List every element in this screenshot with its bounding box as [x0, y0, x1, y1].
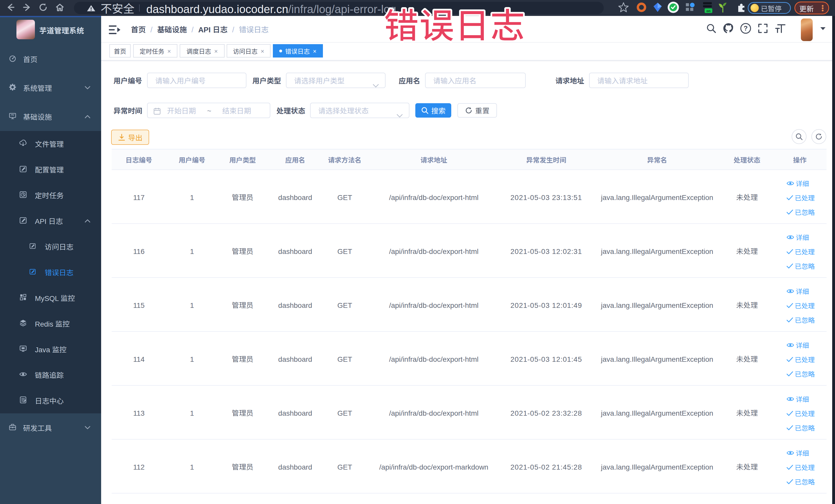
- svg-text:?: ?: [744, 24, 748, 32]
- svg-text:错误日志: 错误日志: [384, 2, 526, 46]
- svg-text:on: on: [707, 9, 711, 13]
